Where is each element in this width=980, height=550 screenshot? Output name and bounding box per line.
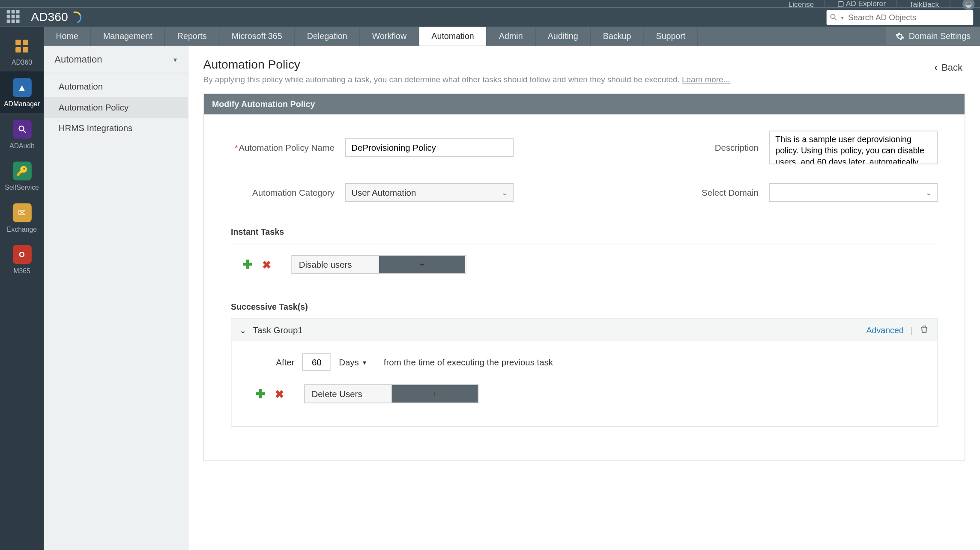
sidebar-item-automation-policy[interactable]: Automation Policy: [44, 97, 188, 118]
timing-row: After Days ▾ from the time of executing …: [276, 353, 919, 371]
adaudit-icon: [12, 120, 31, 139]
nav-tab-m365[interactable]: Microsoft 365: [219, 27, 295, 46]
task-add-icon[interactable]: +: [379, 256, 465, 273]
domain-settings-button[interactable]: Domain Settings: [886, 27, 980, 46]
admanager-icon: ▲: [12, 78, 31, 97]
nav-tab-management[interactable]: Management: [91, 27, 165, 46]
product-logo: AD360: [31, 10, 81, 24]
talkback-link[interactable]: TalkBack: [909, 0, 950, 8]
ad-explorer-link[interactable]: ▢ AD Explorer: [837, 0, 897, 8]
utility-bar: License ▢ AD Explorer TalkBack ◒: [0, 0, 980, 7]
successive-task-row: ✚ ✖ Delete Users +: [254, 384, 920, 403]
sidebar-item-hrms-integrations[interactable]: HRMS Integrations: [44, 118, 188, 139]
nav-tab-automation[interactable]: Automation: [419, 27, 487, 46]
page-subtitle: By applying this policy while automating…: [203, 75, 916, 84]
page-title: Automation Policy: [203, 58, 916, 72]
sidebar-section-automation[interactable]: Automation ▾: [44, 46, 188, 73]
rail-exchange[interactable]: ✉ Exchange: [0, 197, 44, 238]
global-search[interactable]: ▾: [827, 10, 974, 25]
nav-tab-workflow[interactable]: Workflow: [360, 27, 420, 46]
nav-tab-admin[interactable]: Admin: [487, 27, 536, 46]
chevron-left-icon: ‹: [934, 62, 937, 73]
modify-policy-panel: Modify Automation Policy *Automation Pol…: [203, 93, 965, 461]
rail-adaudit[interactable]: ADAudit: [0, 113, 44, 155]
license-link[interactable]: License: [789, 0, 825, 8]
advanced-link[interactable]: Advanced: [866, 326, 903, 335]
main-content: Automation Policy By applying this polic…: [188, 46, 980, 550]
task-add-icon[interactable]: +: [392, 385, 478, 403]
sidebar-item-automation[interactable]: Automation: [44, 76, 188, 97]
collapse-group-icon[interactable]: ⌄: [239, 326, 246, 335]
sidebar: Automation ▾ Automation Automation Polic…: [44, 46, 188, 550]
rail-m365[interactable]: O M365: [0, 238, 44, 280]
task-group-block: ⌄ Task Group1 Advanced | After: [231, 318, 938, 427]
svg-line-1: [835, 18, 837, 20]
selfservice-icon: 🔑: [12, 161, 31, 180]
successive-tasks-label: Successive Task(s): [231, 302, 938, 312]
primary-nav: Home Management Reports Microsoft 365 De…: [44, 27, 980, 46]
remove-task-button[interactable]: ✖: [260, 258, 272, 270]
header-bar: AD360 ▾: [0, 7, 980, 27]
time-unit-select[interactable]: Days ▾: [339, 357, 366, 368]
nav-tab-delegation[interactable]: Delegation: [295, 27, 360, 46]
nav-tab-auditing[interactable]: Auditing: [535, 27, 591, 46]
search-scope-caret-icon[interactable]: ▾: [841, 14, 844, 21]
panel-header: Modify Automation Policy: [204, 94, 965, 114]
product-rail: AD360 ▲ ADManager ADAudit 🔑 SelfService …: [0, 27, 44, 550]
svg-point-0: [831, 14, 835, 18]
rail-admanager[interactable]: ▲ ADManager: [0, 72, 44, 113]
label-policy-name: *Automation Policy Name: [231, 142, 345, 152]
ad360-icon: [12, 36, 31, 55]
domain-select[interactable]: ⌄: [769, 183, 938, 202]
caret-down-icon: ▾: [173, 56, 177, 63]
learn-more-link[interactable]: Learn more...: [682, 75, 730, 84]
svg-line-3: [23, 130, 25, 132]
delete-group-button[interactable]: [920, 324, 929, 336]
add-successive-task-button[interactable]: ✚: [254, 388, 266, 400]
policy-name-input[interactable]: [345, 138, 514, 157]
nav-tab-support[interactable]: Support: [644, 27, 698, 46]
instant-tasks-label: Instant Tasks: [231, 227, 938, 237]
m365-icon: O: [12, 245, 31, 264]
rail-selfservice[interactable]: 🔑 SelfService: [0, 155, 44, 196]
after-value-input[interactable]: [302, 353, 331, 371]
user-avatar-icon[interactable]: ◒: [962, 0, 974, 10]
instant-task-row: ✚ ✖ Disable users +: [242, 255, 938, 274]
nav-tab-reports[interactable]: Reports: [165, 27, 219, 46]
search-input[interactable]: [848, 12, 971, 22]
chevron-down-icon: ⌄: [926, 188, 932, 197]
description-textarea[interactable]: This is a sample user deprovisioning pol…: [769, 131, 938, 164]
chevron-down-icon: ⌄: [502, 188, 508, 197]
svg-point-2: [19, 126, 24, 131]
instant-task-select[interactable]: Disable users +: [291, 255, 466, 274]
nav-tab-home[interactable]: Home: [44, 27, 91, 46]
label-description: Description: [682, 142, 769, 152]
label-category: Automation Category: [231, 188, 345, 198]
gear-icon: [895, 32, 905, 41]
exchange-icon: ✉: [12, 203, 31, 222]
label-domain: Select Domain: [682, 188, 769, 198]
caret-down-icon: ▾: [363, 359, 366, 366]
nav-tab-backup[interactable]: Backup: [591, 27, 644, 46]
search-icon: [829, 13, 838, 21]
add-task-button[interactable]: ✚: [242, 258, 254, 270]
remove-successive-task-button[interactable]: ✖: [273, 388, 285, 400]
back-button[interactable]: ‹ Back: [932, 58, 965, 77]
task-group-name: Task Group1: [253, 325, 303, 335]
apps-grid-icon[interactable]: [7, 10, 22, 25]
category-select[interactable]: User Automation ⌄: [345, 183, 514, 202]
rail-ad360[interactable]: AD360: [0, 30, 44, 71]
successive-task-select[interactable]: Delete Users +: [304, 384, 479, 403]
